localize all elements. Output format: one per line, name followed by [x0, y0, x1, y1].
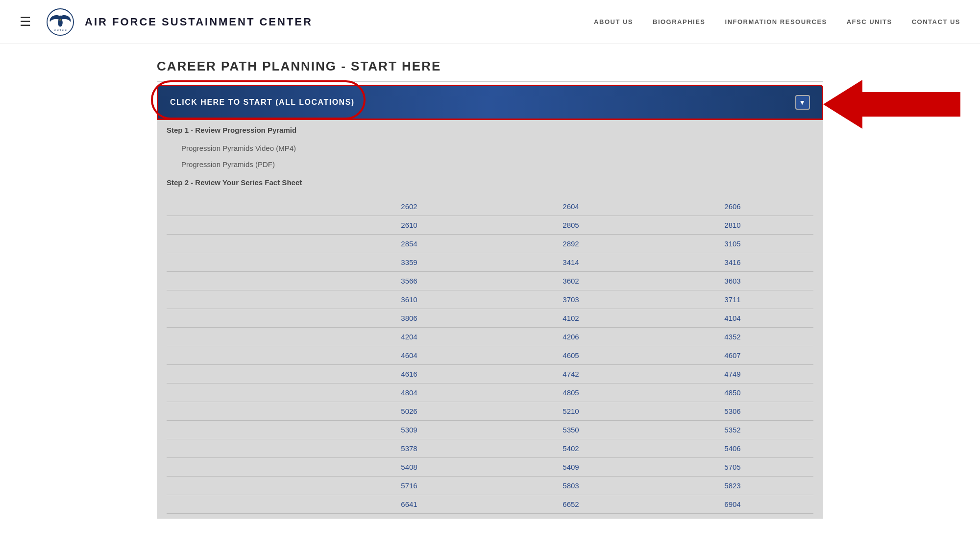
- series-code[interactable]: 3416: [652, 253, 813, 271]
- table-row: 380641024104: [167, 309, 813, 328]
- nav-contact-us[interactable]: CONTACT US: [912, 18, 960, 25]
- cell-empty: [167, 216, 328, 234]
- table-row: 537854025406: [167, 439, 813, 458]
- step-1-label[interactable]: Step 1 - Review Progression Pyramid: [157, 120, 823, 140]
- series-code[interactable]: 4850: [652, 383, 813, 402]
- table-row: 420442064352: [167, 328, 813, 346]
- main-nav: ABOUT US BIOGRAPHIES INFORMATION RESOURC…: [594, 18, 960, 25]
- progression-pyramids-pdf-link[interactable]: Progression Pyramids (PDF): [157, 156, 823, 172]
- cell-empty: [167, 365, 328, 383]
- series-code[interactable]: 5716: [328, 477, 490, 495]
- series-code[interactable]: 2854: [328, 235, 490, 253]
- series-code[interactable]: 4104: [652, 309, 813, 327]
- series-code[interactable]: 3105: [652, 235, 813, 253]
- hamburger-icon[interactable]: ☰: [20, 14, 31, 29]
- accordion-header[interactable]: CLICK HERE TO START (ALL LOCATIONS) ▼: [157, 85, 823, 120]
- series-code[interactable]: 5378: [328, 439, 490, 457]
- series-code[interactable]: 2805: [490, 216, 652, 234]
- series-code[interactable]: 3703: [490, 290, 652, 309]
- series-code[interactable]: 5823: [652, 477, 813, 495]
- series-code[interactable]: 4607: [652, 346, 813, 364]
- cell-empty: [167, 383, 328, 402]
- table-row: 571658035823: [167, 477, 813, 495]
- series-code[interactable]: 3566: [328, 272, 490, 290]
- series-code[interactable]: 3806: [328, 309, 490, 327]
- series-code[interactable]: 3602: [490, 272, 652, 290]
- series-code[interactable]: 3610: [328, 290, 490, 309]
- table-row: 335934143416: [167, 253, 813, 272]
- nav-afsc-units[interactable]: AFSC UNITS: [847, 18, 892, 25]
- nav-information-resources[interactable]: INFORMATION RESOURCES: [725, 18, 827, 25]
- cell-empty: [167, 495, 328, 513]
- series-code[interactable]: 2604: [490, 197, 652, 216]
- cell-empty: [167, 458, 328, 476]
- series-code[interactable]: 6904: [652, 495, 813, 513]
- cell-empty: [167, 328, 328, 346]
- accordion-body: Step 1 - Review Progression Pyramid Prog…: [157, 120, 823, 519]
- series-code[interactable]: 4749: [652, 365, 813, 383]
- series-code[interactable]: 6641: [328, 495, 490, 513]
- series-code[interactable]: 4804: [328, 383, 490, 402]
- table-row: 356636023603: [167, 272, 813, 290]
- red-arrow-annotation: [823, 80, 960, 129]
- afsc-logo: ★ ★ ★ ★ ★: [46, 7, 75, 37]
- series-data-table: 2602260426062610280528102854289231053359…: [157, 192, 823, 519]
- series-code[interactable]: 4352: [652, 328, 813, 346]
- content-divider: [157, 81, 823, 82]
- table-row: 540854095705: [167, 458, 813, 477]
- cell-empty: [167, 253, 328, 271]
- table-row: 664166526904: [167, 495, 813, 514]
- nav-about-us[interactable]: ABOUT US: [594, 18, 633, 25]
- table-row: 261028052810: [167, 216, 813, 235]
- series-code[interactable]: 2810: [652, 216, 813, 234]
- series-code[interactable]: 4616: [328, 365, 490, 383]
- series-code[interactable]: 5352: [652, 421, 813, 439]
- cell-empty: [167, 439, 328, 457]
- series-code[interactable]: 5350: [490, 421, 652, 439]
- cell-empty: [167, 402, 328, 420]
- series-code[interactable]: 4204: [328, 328, 490, 346]
- table-row: 460446054607: [167, 346, 813, 365]
- series-code[interactable]: 2610: [328, 216, 490, 234]
- series-code[interactable]: 3711: [652, 290, 813, 309]
- cell-empty: [167, 477, 328, 495]
- series-code[interactable]: 4604: [328, 346, 490, 364]
- series-code[interactable]: 4206: [490, 328, 652, 346]
- series-code[interactable]: 2602: [328, 197, 490, 216]
- series-code[interactable]: 5306: [652, 402, 813, 420]
- table-row: 260226042606: [167, 197, 813, 216]
- series-code[interactable]: 4102: [490, 309, 652, 327]
- table-row: 480448054850: [167, 383, 813, 402]
- series-code[interactable]: 4805: [490, 383, 652, 402]
- series-code[interactable]: 5210: [490, 402, 652, 420]
- series-code[interactable]: 6652: [490, 495, 652, 513]
- series-code[interactable]: 4742: [490, 365, 652, 383]
- step-2-label[interactable]: Step 2 - Review Your Series Fact Sheet: [157, 172, 823, 192]
- table-row: 502652105306: [167, 402, 813, 421]
- series-code[interactable]: 5309: [328, 421, 490, 439]
- series-code[interactable]: 5803: [490, 477, 652, 495]
- svg-text:★ ★ ★ ★ ★: ★ ★ ★ ★ ★: [54, 28, 67, 31]
- table-row: 530953505352: [167, 421, 813, 439]
- series-code[interactable]: 5026: [328, 402, 490, 420]
- series-code[interactable]: 5705: [652, 458, 813, 476]
- series-code[interactable]: 5409: [490, 458, 652, 476]
- chevron-icon: ▼: [799, 98, 806, 106]
- series-code[interactable]: 3603: [652, 272, 813, 290]
- page-title: CAREER PATH PLANNING - START HERE: [0, 59, 980, 74]
- series-code[interactable]: 2892: [490, 235, 652, 253]
- accordion-chevron[interactable]: ▼: [795, 95, 810, 110]
- series-code[interactable]: 5402: [490, 439, 652, 457]
- cell-empty: [167, 197, 328, 216]
- series-code[interactable]: 3359: [328, 253, 490, 271]
- arrow-head: [823, 80, 862, 129]
- series-code[interactable]: 4605: [490, 346, 652, 364]
- progression-pyramids-video-link[interactable]: Progression Pyramids Video (MP4): [157, 140, 823, 156]
- series-code[interactable]: 2606: [652, 197, 813, 216]
- series-code[interactable]: 3414: [490, 253, 652, 271]
- series-code[interactable]: 5408: [328, 458, 490, 476]
- site-title: AIR FORCE SUSTAINMENT CENTER: [85, 16, 313, 28]
- nav-biographies[interactable]: BIOGRAPHIES: [653, 18, 706, 25]
- accordion-wrapper: CLICK HERE TO START (ALL LOCATIONS) ▼ St…: [157, 85, 823, 519]
- series-code[interactable]: 5406: [652, 439, 813, 457]
